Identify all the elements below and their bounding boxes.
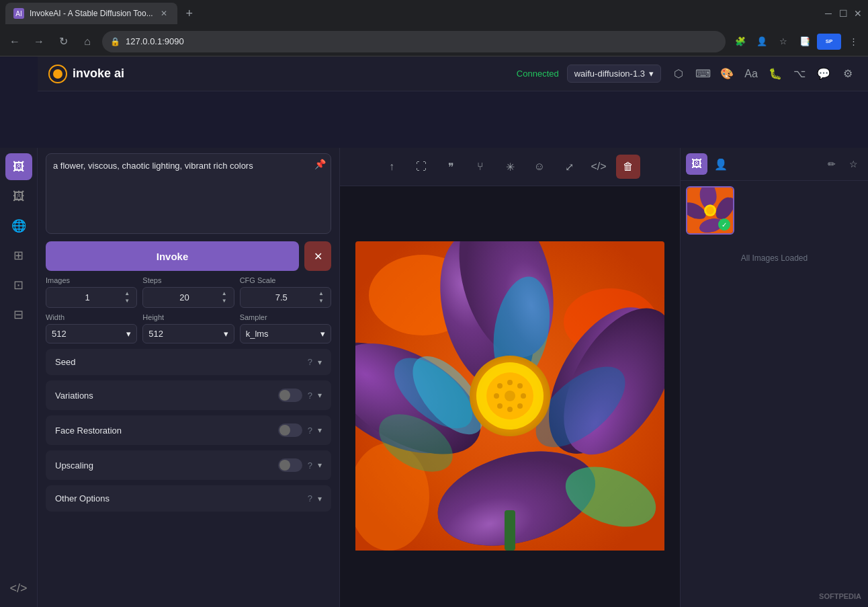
models-icon-btn[interactable]: ⬡ [669,65,688,83]
height-value: 512 [148,329,163,339]
svg-point-21 [497,383,503,389]
steps-down[interactable]: ▼ [220,298,228,305]
variations-accordion-header[interactable]: Variations ? ▾ [46,380,331,410]
text-icon-btn[interactable]: Aa [742,65,761,83]
model-selector[interactable]: waifu-diffusion-1.3 ▾ [567,65,661,83]
upscaling-help-icon[interactable]: ? [308,460,312,471]
reload-button[interactable]: ↻ [54,32,73,51]
steps-input[interactable] [148,292,220,302]
new-tab-button[interactable]: + [180,4,199,23]
params-grid-2: Width 512 ▾ Height 512 ▾ Sampler k_lms ▾ [46,313,331,343]
discord-icon-btn[interactable]: 💬 [814,65,833,83]
extensions-button[interactable]: 🧩 [731,32,750,51]
images-down[interactable]: ▼ [123,298,131,305]
invoke-button[interactable]: Invoke [46,241,299,271]
height-param: Height 512 ▾ [142,313,234,343]
svg-point-25 [517,403,523,409]
delete-button[interactable]: 🗑 [616,155,640,179]
upscale-button[interactable]: ⤢ [557,155,581,179]
expand-button[interactable]: ⛶ [409,155,433,179]
connected-status: Connected [517,69,559,79]
upscaling-toggle[interactable] [278,458,302,472]
tab-close-button[interactable]: ✕ [159,8,169,19]
upscaling-accordion: Upscaling ? ▾ [46,450,331,480]
use-prompt-button[interactable]: ❞ [439,155,463,179]
nav-img2img[interactable]: 🖼 [5,183,32,210]
home-button[interactable]: ⌂ [78,32,97,51]
cfg-spinners: ▲ ▼ [317,290,325,305]
github-icon-btn[interactable]: ⌥ [790,65,809,83]
forward-button[interactable]: → [30,32,48,51]
minimize-button[interactable]: ─ [824,9,833,18]
cfg-up[interactable]: ▲ [317,290,325,297]
width-select[interactable]: 512 ▾ [46,324,137,343]
cancel-button[interactable]: ✕ [304,241,331,271]
nav-merge[interactable]: ⊞ [5,242,32,269]
generated-image [355,241,664,553]
thumb-check-icon: ✓ [718,218,730,231]
cfg-param: CFG Scale ▲ ▼ [240,276,331,308]
address-bar[interactable]: 🔒 127.0.0.1:9090 [102,31,726,52]
app-logo [48,65,67,83]
pencil-action-button[interactable]: ✏ [822,155,841,173]
images-up[interactable]: ▲ [123,290,131,297]
maximize-button[interactable]: ☐ [838,9,848,18]
keyboard-icon-btn[interactable]: ⌨ [693,65,712,83]
variations-help-icon[interactable]: ? [308,391,312,401]
bug-icon-btn[interactable]: 🐛 [766,65,785,83]
back-button[interactable]: ← [5,32,24,51]
variations-toggle[interactable] [278,389,302,402]
prompt-textarea[interactable] [46,153,331,234]
star-button[interactable]: ☆ [774,32,793,51]
face-restoration-help-icon[interactable]: ? [308,426,312,436]
other-options-title: Other Options [55,493,110,503]
star-action-button[interactable]: ☆ [844,155,863,173]
nav-text2img[interactable]: 🖼 [5,153,32,180]
cfg-input[interactable] [246,292,317,302]
seed-help-icon[interactable]: ? [308,357,312,367]
gallery-thumbnail[interactable]: ✓ [686,186,734,235]
sampler-select[interactable]: k_lms ▾ [240,324,331,343]
face-fix-button[interactable]: ☺ [527,155,552,179]
share-button[interactable]: ↑ [380,155,404,179]
face-restoration-toggle[interactable] [278,423,302,437]
variations-chevron-icon: ▾ [318,391,322,400]
menu-button[interactable]: ⋮ [844,32,863,51]
nav-code[interactable]: </> [5,575,32,602]
window-controls: ─ ☐ ✕ [824,9,863,18]
palette-icon-btn[interactable]: 🎨 [718,65,736,83]
other-options-accordion-header[interactable]: Other Options ? ▾ [46,485,331,512]
steps-up[interactable]: ▲ [220,290,228,297]
steps-param: Steps ▲ ▼ [142,276,234,308]
seed-chevron-icon: ▾ [318,358,322,367]
use-all-button[interactable]: ✳ [498,155,522,179]
upscaling-accordion-header[interactable]: Upscaling ? ▾ [46,450,331,480]
nav-gallery[interactable]: 🌐 [5,212,32,239]
height-select[interactable]: 512 ▾ [142,324,234,343]
params-grid-1: Images ▲ ▼ Steps ▲ ▼ [46,276,331,308]
other-options-help-icon[interactable]: ? [308,493,312,503]
settings-icon-btn[interactable]: ⚙ [838,65,857,83]
browser-tab[interactable]: AI InvokeAI - A Stable Diffusion Too... … [5,3,177,24]
person-tab-button[interactable]: 👤 [710,153,732,175]
use-seed-button[interactable]: ⑂ [468,155,492,179]
bookmark-button[interactable]: 📑 [795,32,814,51]
profile-button[interactable]: 👤 [752,32,771,51]
cfg-down[interactable]: ▼ [317,298,325,305]
show-metadata-button[interactable]: </> [587,155,611,179]
nav-nodes[interactable]: ⊟ [5,301,32,328]
top-bar-right: Connected waifu-diffusion-1.3 ▾ ⬡ ⌨ 🎨 Aa… [517,65,857,83]
close-button[interactable]: ✕ [853,9,863,18]
app-title: invoke ai [48,65,124,83]
width-label: Width [46,313,137,321]
variations-header-left: Variations [55,391,93,401]
upscaling-header-right: ? ▾ [278,458,322,472]
images-input[interactable] [52,292,123,302]
prompt-pin-icon[interactable]: 📌 [314,159,326,169]
face-restoration-accordion-header[interactable]: Face Restoration ? ▾ [46,415,331,445]
nav-history[interactable]: ⊡ [5,272,32,298]
seed-accordion-header[interactable]: Seed ? ▾ [46,349,331,375]
gallery-tab-button[interactable]: 🖼 [686,153,707,175]
browser-addressbar: ← → ↻ ⌂ 🔒 127.0.0.1:9090 🧩 👤 ☆ 📑 SP ⋮ [0,27,868,56]
upscaling-header-left: Upscaling [55,460,93,471]
